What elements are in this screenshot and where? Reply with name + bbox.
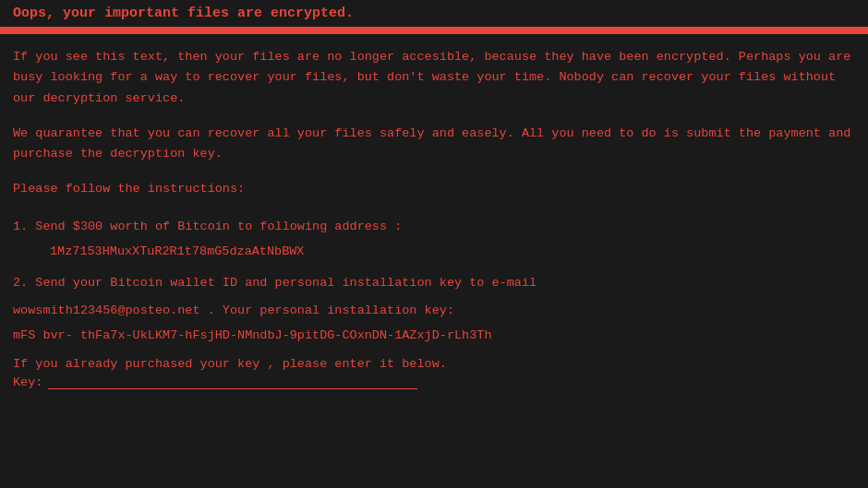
main-content: If you see this text, then your files ar… — [0, 34, 868, 488]
instructions-header: Please follow the instructions: — [13, 179, 855, 199]
step2-email: wowsmith123456@posteo.net . Your persona… — [13, 301, 855, 321]
already-purchased-text: If you already purchased your key , plea… — [13, 357, 855, 371]
guarantee-paragraph: We quarantee that you can recover all yo… — [13, 124, 855, 165]
key-label: Key: — [13, 375, 42, 389]
title-text: Oops, your important files are encrypted… — [13, 6, 354, 21]
key-input-line: Key: — [13, 375, 855, 389]
personal-key: mFS bvr- thFa7x-UkLKM7-hFsjHD-NMndbJ-9pi… — [13, 328, 855, 342]
step2-label: 2. Send your Bitcoin wallet ID and perso… — [13, 273, 855, 293]
key-input[interactable] — [48, 375, 417, 389]
red-divider — [0, 27, 868, 34]
step1-label: 1. Send $300 worth of Bitcoin to followi… — [13, 217, 855, 237]
bitcoin-address: 1Mz7153HMuxXTuR2R1t78mG5dzaAtNbBWX — [50, 244, 855, 258]
title-bar: Oops, your important files are encrypted… — [0, 0, 868, 27]
intro-paragraph: If you see this text, then your files ar… — [13, 47, 855, 109]
